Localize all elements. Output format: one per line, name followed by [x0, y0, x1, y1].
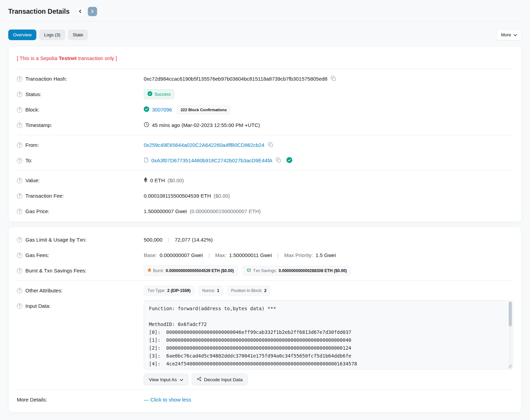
block-label: Block: [25, 107, 39, 113]
divider [17, 135, 513, 135]
nonce-label: Nonce: [202, 288, 215, 293]
previous-transaction-button[interactable] [76, 7, 85, 16]
copy-icon [268, 142, 273, 148]
testnet-notice-prefix: [ This is a Sepolia [17, 55, 59, 61]
timestamp-value: 45 mins ago (Mar-02-2023 12:55:00 PM +UT… [152, 122, 260, 128]
decode-input-data-button[interactable]: Decode Input Data [192, 374, 248, 385]
scrollbar-track[interactable] [509, 302, 512, 368]
help-icon[interactable]: ? [17, 107, 22, 113]
view-input-as-button[interactable]: View Input As [144, 374, 188, 385]
nonce-value: 1 [217, 288, 220, 293]
scrollbar-thumb[interactable] [509, 302, 512, 326]
help-icon[interactable]: ? [17, 122, 22, 128]
page-title: Transaction Details [8, 8, 70, 15]
help-icon[interactable]: ? [17, 209, 22, 214]
help-icon[interactable]: ? [17, 178, 22, 183]
from-row: ? From: 0x259c49E65644a020C2A642260a4ffB… [17, 137, 513, 153]
contract-file-icon [144, 157, 149, 164]
separator: | [165, 237, 172, 243]
help-icon[interactable]: ? [17, 193, 22, 199]
block-row: ? Block: 3007096 222 Block Confirmations [17, 102, 513, 117]
clock-icon [144, 122, 149, 128]
separator: | [205, 252, 212, 258]
max-fee-value: 1.500000011 Gwei [229, 252, 272, 258]
tab-list: Overview Logs (3) State [8, 30, 88, 40]
other-attributes-row: ? Other Attributes: Txn Type: 2 (EIP-155… [17, 283, 513, 298]
to-address-link[interactable]: 0xA3f07D6773514480b918C2742b027b3acD9E44… [151, 158, 272, 163]
help-icon[interactable]: ? [17, 92, 22, 97]
view-input-as-label: View Input As [149, 377, 177, 382]
execution-success-check-icon [286, 157, 292, 164]
gas-price-label: Gas Price: [25, 208, 49, 214]
gas-usage-value: 72,077 (14.42%) [175, 237, 213, 243]
transaction-hash-label: Transaction Hash: [25, 76, 67, 82]
transaction-fee-usd: ($0.00) [214, 193, 230, 199]
position-in-block-value: 2 [264, 288, 267, 293]
timestamp-label: Timestamp: [25, 122, 52, 128]
timestamp-row: ? Timestamp: 45 mins ago (Mar-02-2023 12… [17, 117, 513, 133]
tab-state[interactable]: State [68, 30, 88, 40]
help-icon[interactable]: ? [17, 76, 22, 82]
burnt-savings-row: ? Burnt & Txn Savings Fees: Burnt: 0.000… [17, 263, 513, 278]
max-priority-fee-label: Max Priority: [284, 252, 313, 258]
help-icon[interactable]: ? [17, 268, 22, 273]
resize-grip-icon[interactable] [508, 365, 512, 369]
copy-icon [331, 76, 336, 82]
eth-icon [144, 177, 148, 184]
value-amount: 0 ETH [150, 177, 165, 183]
tab-logs[interactable]: Logs (3) [39, 30, 65, 40]
burnt-value: 0.000000000000504539 ETH ($0.00) [166, 268, 234, 273]
copy-from-address-button[interactable] [267, 142, 274, 148]
chevron-right-icon [91, 9, 94, 14]
help-icon[interactable]: ? [17, 237, 22, 243]
help-icon[interactable]: ? [17, 303, 22, 309]
page-header: Transaction Details [8, 0, 522, 22]
position-in-block-label: Position In Block: [231, 288, 262, 293]
burnt-label: Burnt: [153, 268, 164, 273]
gas-fees-row: ? Gas Fees: Base: 0.000000007 Gwei | Max… [17, 247, 513, 263]
value-row: ? Value: 0 ETH ($0.00) [17, 173, 513, 188]
tab-overview[interactable]: Overview [8, 30, 36, 40]
next-transaction-button[interactable] [88, 7, 97, 16]
help-icon[interactable]: ? [17, 158, 22, 163]
help-icon[interactable]: ? [17, 288, 22, 293]
divider [17, 389, 513, 390]
input-data-box[interactable]: Function: forward(address to,bytes data)… [144, 300, 513, 370]
base-fee-label: Base: [144, 252, 157, 258]
to-row: ? To: 0xA3f07D6773514480b918C2742b027b3a… [17, 153, 513, 168]
max-fee-label: Max: [215, 252, 226, 258]
help-icon[interactable]: ? [17, 142, 22, 148]
transaction-hash-value: 0xc72d984ccac6190b5f135576eb97b03604bc81… [144, 76, 327, 82]
testnet-notice: [ This is a Sepolia Testnet transaction … [17, 49, 513, 67]
gas-fees-label: Gas Fees: [25, 252, 49, 258]
copy-icon [276, 158, 281, 164]
input-data-row: ? Input Data: Function: forward(address … [17, 298, 513, 387]
to-label: To: [25, 158, 32, 163]
copy-to-address-button[interactable] [275, 158, 282, 164]
status-badge-label: Success [154, 92, 170, 97]
value-usd: ($0.00) [168, 177, 184, 183]
nonce-badge: Nonce: 1 [199, 286, 223, 295]
transaction-fee-label: Transaction Fee: [25, 193, 64, 199]
txn-savings-label: Txn Savings: [253, 268, 277, 273]
help-icon[interactable]: ? [17, 253, 22, 258]
chevron-left-icon [79, 9, 82, 14]
block-number-link[interactable]: 3007096 [152, 107, 172, 113]
tabs-bar: Overview Logs (3) State More [8, 29, 522, 40]
details-card: ? Gas Limit & Usage by Txn: 500,000 | 72… [8, 227, 522, 412]
overview-card: [ This is a Sepolia Testnet transaction … [8, 46, 522, 222]
status-label: Status: [25, 91, 42, 97]
txn-savings-value: 0.000000000000288308 ETH ($0.00) [279, 268, 347, 273]
divider [17, 69, 513, 69]
more-details-row: More Details: — Click to show less [17, 392, 513, 409]
burnt-fees-badge: Burnt: 0.000000000000504539 ETH ($0.00) [144, 265, 238, 276]
page: Transaction Details Overview Logs (3) St… [0, 0, 530, 412]
copy-transaction-hash-button[interactable] [330, 76, 337, 82]
flame-icon [148, 268, 151, 273]
testnet-notice-suffix: transaction only ] [77, 55, 117, 61]
show-less-toggle-link[interactable]: — Click to show less [144, 397, 191, 402]
more-button[interactable]: More [496, 29, 522, 40]
chevron-down-icon [180, 377, 183, 382]
txn-type-label: Txn Type: [148, 288, 165, 293]
from-address-link[interactable]: 0x259c49E65644a020C2A642260a4ffB0CD862cb… [144, 142, 264, 148]
